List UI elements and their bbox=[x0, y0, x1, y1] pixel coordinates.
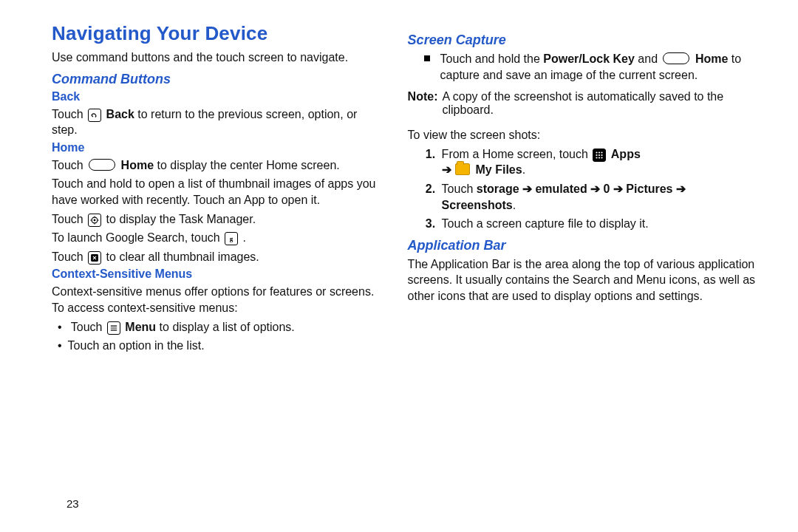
menu-icon bbox=[107, 321, 120, 335]
task-manager-icon bbox=[88, 214, 101, 227]
text: . bbox=[243, 231, 246, 244]
text: to display the Task Manager. bbox=[106, 213, 256, 225]
home-desc-1: Touch Home to display the center Home sc… bbox=[52, 157, 378, 174]
step-3: Touch a screen capture file to display i… bbox=[439, 216, 761, 232]
section-screen-capture: Screen Capture bbox=[408, 33, 761, 48]
text: Touch bbox=[52, 250, 86, 263]
label-home: Home bbox=[121, 159, 154, 171]
svg-point-11 bbox=[598, 157, 600, 158]
text: to display a list of options. bbox=[160, 321, 295, 333]
ctx-bullet-2: Touch an option in the list. bbox=[58, 338, 378, 354]
label-menu: Menu bbox=[125, 321, 156, 333]
label-apps: Apps bbox=[611, 148, 641, 160]
home-button-icon bbox=[89, 159, 115, 171]
svg-point-4 bbox=[596, 151, 598, 153]
svg-point-5 bbox=[598, 151, 600, 153]
svg-point-7 bbox=[596, 154, 598, 156]
text: From a Home screen, touch bbox=[442, 148, 592, 160]
svg-point-8 bbox=[598, 154, 600, 156]
arrow-icon: ➔ bbox=[442, 163, 451, 176]
view-screenshots-steps: From a Home screen, touch Apps bbox=[424, 146, 761, 232]
svg-point-10 bbox=[596, 157, 598, 158]
text: Touch bbox=[52, 213, 86, 225]
page-title: Navigating Your Device bbox=[52, 22, 378, 45]
intro-text: Use command buttons and the touch screen… bbox=[52, 50, 378, 66]
text: Touch bbox=[442, 183, 477, 195]
home-button-icon bbox=[663, 52, 689, 64]
svg-text:g: g bbox=[230, 235, 233, 242]
label-powerlock: Power/Lock Key bbox=[543, 52, 635, 65]
path-storage: storage ➔ emulated ➔ 0 ➔ Pictures ➔ Scre… bbox=[442, 183, 686, 211]
ctx-desc: Context-sensitive menus offer options fo… bbox=[52, 284, 378, 316]
clear-x-icon bbox=[88, 251, 101, 265]
note: Note: A copy of the screenshot is automa… bbox=[408, 90, 761, 117]
home-taskmgr: Touch to display the Task Manager. bbox=[52, 211, 378, 228]
left-column: Navigating Your Device Use command butto… bbox=[52, 22, 378, 517]
sub-home: Home bbox=[52, 141, 378, 154]
sub-back: Back bbox=[52, 90, 378, 103]
label-back: Back bbox=[106, 108, 134, 120]
section-app-bar: Application Bar bbox=[408, 238, 761, 253]
text: to clear all thumbnail images. bbox=[106, 250, 259, 263]
step-1: From a Home screen, touch Apps bbox=[439, 146, 761, 178]
section-command-buttons: Command Buttons bbox=[52, 72, 378, 87]
right-column: Screen Capture Touch and hold the Power/… bbox=[408, 22, 761, 517]
page-number: 23 bbox=[66, 497, 79, 510]
text: Touch bbox=[52, 108, 86, 120]
text: To launch Google Search, touch bbox=[52, 231, 223, 244]
back-arrow-icon bbox=[88, 109, 101, 122]
apps-grid-icon bbox=[593, 149, 606, 162]
svg-point-6 bbox=[601, 151, 603, 153]
back-desc: Touch Back to return to the previous scr… bbox=[52, 106, 378, 138]
svg-point-1 bbox=[94, 219, 96, 221]
folder-icon bbox=[455, 163, 470, 175]
screencap-square-list: Touch and hold the Power/Lock Key and Ho… bbox=[424, 51, 761, 83]
sub-context-menus: Context-Sensitive Menus bbox=[52, 267, 378, 281]
home-desc-2: Touch and hold to open a list of thumbna… bbox=[52, 176, 378, 208]
google-g-icon: g bbox=[225, 232, 238, 245]
home-google: To launch Google Search, touch g . bbox=[52, 230, 378, 246]
note-label: Note: bbox=[408, 90, 438, 117]
screencap-step: Touch and hold the Power/Lock Key and Ho… bbox=[424, 51, 761, 83]
text: to display the center Home screen. bbox=[157, 159, 340, 171]
label-home: Home bbox=[695, 52, 728, 65]
note-body: A copy of the screenshot is automaticall… bbox=[443, 90, 762, 117]
ctx-bullet-1: Touch Menu to display a list of options. bbox=[58, 319, 378, 335]
ctx-bullets: Touch Menu to display a list of options.… bbox=[52, 319, 378, 354]
text: and bbox=[638, 52, 661, 65]
svg-point-12 bbox=[601, 157, 603, 158]
text: . bbox=[513, 199, 516, 211]
text: . bbox=[522, 163, 525, 176]
manual-page: Navigating Your Device Use command butto… bbox=[0, 0, 798, 532]
step-2: Touch storage ➔ emulated ➔ 0 ➔ Pictures … bbox=[439, 181, 761, 213]
text: Touch and hold the bbox=[440, 52, 544, 65]
svg-point-9 bbox=[601, 154, 603, 156]
text: Touch bbox=[52, 159, 86, 171]
appbar-desc: The Application Bar is the area along th… bbox=[408, 256, 761, 304]
text: Touch bbox=[71, 321, 106, 333]
view-screenshots-intro: To view the screen shots: bbox=[408, 127, 761, 143]
label-myfiles: My Files bbox=[476, 163, 522, 176]
home-clear: Touch to clear all thumbnail images. bbox=[52, 249, 378, 265]
